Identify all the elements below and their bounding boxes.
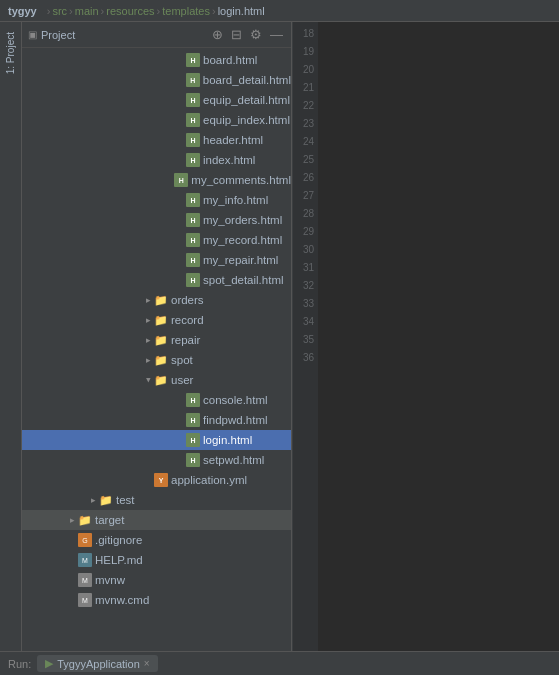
tree-item-equip-detail-html[interactable]: H equip_detail.html <box>22 90 291 110</box>
project-header: ▣ Project ⊕ ⊟ ⚙ — <box>22 22 291 48</box>
editor-content-area: 18192021222324252627282930313233343536 <box>292 22 559 651</box>
html-icon: H <box>186 213 200 227</box>
label-board-html: board.html <box>203 54 257 66</box>
project-panel-title: Project <box>41 29 210 41</box>
html-icon: H <box>174 173 188 187</box>
run-tab[interactable]: ▶ TygyyApplication × <box>37 655 157 672</box>
line-num-23: 23 <box>293 114 318 132</box>
html-icon: H <box>186 253 200 267</box>
tree-item-repair-folder[interactable]: 📁 repair <box>22 330 291 350</box>
run-tab-close[interactable]: × <box>144 658 150 669</box>
tree-item-user-folder[interactable]: 📁 user <box>22 370 291 390</box>
line-num-29: 29 <box>293 222 318 240</box>
tree-item-board-html[interactable]: H board.html <box>22 50 291 70</box>
play-icon: ▶ <box>45 657 53 670</box>
breadcrumb-main[interactable]: main <box>75 5 99 17</box>
folder-icon: 📁 <box>154 293 168 307</box>
tree-item-index-html[interactable]: H index.html <box>22 150 291 170</box>
tree-item-login-html[interactable]: H login.html <box>22 430 291 450</box>
label-my-orders-html: my_orders.html <box>203 214 282 226</box>
label-mvnw: mvnw <box>95 574 125 586</box>
label-my-comments-html: my_comments.html <box>191 174 291 186</box>
label-login-html: login.html <box>203 434 252 446</box>
line-num-31: 31 <box>293 258 318 276</box>
html-icon: H <box>186 53 200 67</box>
tree-item-header-html[interactable]: H header.html <box>22 130 291 150</box>
run-bar: Run: ▶ TygyyApplication × <box>0 651 559 675</box>
html-icon: H <box>186 393 200 407</box>
tree-item-spot-folder[interactable]: 📁 spot <box>22 350 291 370</box>
tree-item-my-comments-html[interactable]: H my_comments.html <box>22 170 291 190</box>
breadcrumb-resources[interactable]: resources <box>106 5 154 17</box>
tree-item-console-html[interactable]: H console.html <box>22 390 291 410</box>
tree-area[interactable]: H board.html H board_detail.html H equip… <box>22 48 291 651</box>
arrow-spot <box>142 355 154 365</box>
arrow-target <box>66 515 78 525</box>
label-console-html: console.html <box>203 394 268 406</box>
run-label: Run: <box>8 658 31 670</box>
line-numbers: 18192021222324252627282930313233343536 <box>292 22 318 651</box>
collapse-icon[interactable]: ⊟ <box>229 26 244 43</box>
tree-item-gitignore[interactable]: G .gitignore <box>22 530 291 550</box>
tree-item-test-folder[interactable]: 📁 test <box>22 490 291 510</box>
folder-icon: 📁 <box>99 493 113 507</box>
tree-item-setpwd-html[interactable]: H setpwd.html <box>22 450 291 470</box>
label-repair-folder: repair <box>171 334 200 346</box>
html-icon: H <box>186 133 200 147</box>
breadcrumb-templates[interactable]: templates <box>162 5 210 17</box>
html-icon: H <box>186 233 200 247</box>
label-findpwd-html: findpwd.html <box>203 414 268 426</box>
tree-item-application-yml[interactable]: Y application.yml <box>22 470 291 490</box>
label-user-folder: user <box>171 374 193 386</box>
settings-icon[interactable]: ⚙ <box>248 26 264 43</box>
label-index-html: index.html <box>203 154 255 166</box>
html-icon: H <box>186 73 200 87</box>
tree-item-my-orders-html[interactable]: H my_orders.html <box>22 210 291 230</box>
folder-icon: 📁 <box>154 313 168 327</box>
tree-item-mvnw-cmd[interactable]: M mvnw.cmd <box>22 590 291 610</box>
label-spot-folder: spot <box>171 354 193 366</box>
project-panel: ▣ Project ⊕ ⊟ ⚙ — H board.html H <box>22 22 292 651</box>
tree-item-findpwd-html[interactable]: H findpwd.html <box>22 410 291 430</box>
line-num-33: 33 <box>293 294 318 312</box>
tree-item-equip-index-html[interactable]: H equip_index.html <box>22 110 291 130</box>
project-folder-icon: ▣ <box>28 29 37 40</box>
label-board-detail-html: board_detail.html <box>203 74 291 86</box>
tree-item-my-repair-html[interactable]: H my_repair.html <box>22 250 291 270</box>
tree-item-spot-detail-html[interactable]: H spot_detail.html <box>22 270 291 290</box>
html-icon: H <box>186 153 200 167</box>
tree-item-orders-folder[interactable]: 📁 orders <box>22 290 291 310</box>
breadcrumb-login-html[interactable]: login.html <box>218 5 265 17</box>
main-layout: 1: Project ▣ Project ⊕ ⊟ ⚙ — H board.htm… <box>0 22 559 651</box>
tree-item-my-info-html[interactable]: H my_info.html <box>22 190 291 210</box>
line-num-36: 36 <box>293 348 318 366</box>
label-my-repair-html: my_repair.html <box>203 254 278 266</box>
code-content[interactable] <box>318 22 559 651</box>
hide-icon[interactable]: — <box>268 26 285 43</box>
line-num-25: 25 <box>293 150 318 168</box>
html-icon: H <box>186 413 200 427</box>
tree-item-help-md[interactable]: M HELP.md <box>22 550 291 570</box>
title-bar: tygyy › src › main › resources › templat… <box>0 0 559 22</box>
tree-item-mvnw[interactable]: M mvnw <box>22 570 291 590</box>
mvnw-icon: M <box>78 573 92 587</box>
yaml-icon: Y <box>154 473 168 487</box>
tree-item-record-folder[interactable]: 📁 record <box>22 310 291 330</box>
line-num-30: 30 <box>293 240 318 258</box>
breadcrumb-src[interactable]: src <box>52 5 67 17</box>
line-num-24: 24 <box>293 132 318 150</box>
sidebar-tab-project[interactable]: 1: Project <box>2 26 19 80</box>
line-num-26: 26 <box>293 168 318 186</box>
mvnw-cmd-icon: M <box>78 593 92 607</box>
tree-item-my-record-html[interactable]: H my_record.html <box>22 230 291 250</box>
html-icon: H <box>186 273 200 287</box>
label-help-md: HELP.md <box>95 554 143 566</box>
label-mvnw-cmd: mvnw.cmd <box>95 594 149 606</box>
label-setpwd-html: setpwd.html <box>203 454 264 466</box>
tree-item-board-detail-html[interactable]: H board_detail.html <box>22 70 291 90</box>
label-my-record-html: my_record.html <box>203 234 282 246</box>
line-num-20: 20 <box>293 60 318 78</box>
label-header-html: header.html <box>203 134 263 146</box>
locate-icon[interactable]: ⊕ <box>210 26 225 43</box>
tree-item-target-folder[interactable]: 📁 target <box>22 510 291 530</box>
